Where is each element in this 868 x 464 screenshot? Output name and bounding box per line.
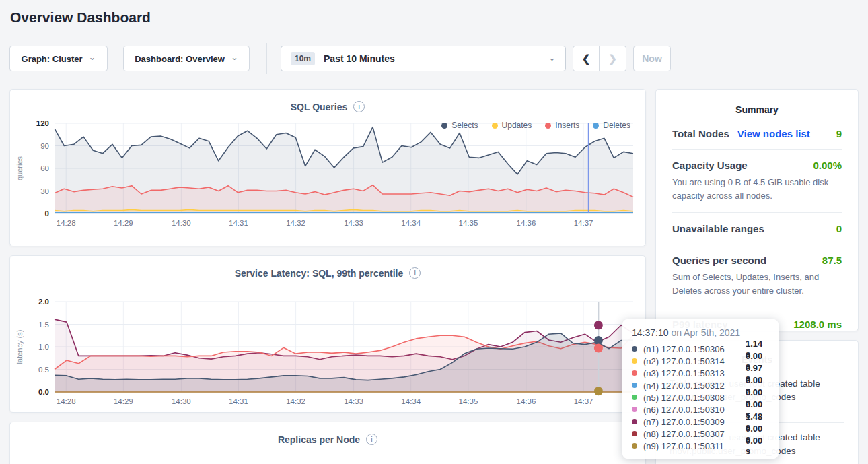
svg-text:14:37: 14:37 (574, 397, 593, 405)
legend-dot (492, 123, 498, 129)
svg-text:14:29: 14:29 (114, 219, 133, 227)
series-dot-icon (632, 370, 637, 376)
time-range-label: Past 10 Minutes (324, 53, 395, 64)
svg-text:14:31: 14:31 (229, 219, 248, 227)
series-dot-icon (632, 383, 637, 388)
info-icon[interactable]: i (366, 434, 377, 445)
legend-item-selects[interactable]: Selects (441, 121, 478, 130)
service-latency-chart[interactable]: 14:2814:2914:3014:3114:3214:3314:3414:35… (14, 296, 641, 411)
svg-text:1.5: 1.5 (38, 321, 49, 329)
svg-text:14:32: 14:32 (286, 219, 305, 227)
tooltip-node-label: (n2) 127.0.0.1:50314 (643, 356, 746, 366)
svg-text:14:34: 14:34 (401, 397, 421, 405)
svg-text:14:35: 14:35 (459, 397, 478, 405)
tooltip-node-label: (n8) 127.0.0.1:50307 (643, 429, 746, 439)
svg-text:14:37: 14:37 (574, 219, 593, 227)
graph-dropdown[interactable]: Graph: Cluster ⌄ (9, 46, 108, 71)
chart-title: Service Latency: SQL, 99th percentile (235, 268, 404, 279)
sql-queries-chart[interactable]: 14:2814:2914:3014:3114:3214:3314:3414:35… (14, 118, 641, 232)
svg-text:queries: queries (15, 156, 24, 180)
svg-text:14:33: 14:33 (344, 397, 363, 405)
legend-item-inserts[interactable]: Inserts (545, 121, 579, 130)
series-dot-icon (632, 419, 637, 424)
tooltip-node-value: 0.00 s (746, 436, 769, 456)
time-prev-button[interactable]: ❮ (573, 46, 600, 71)
overview-dashboard-page: { "page": { "title": "Overview Dashboard… (0, 0, 868, 464)
tooltip-node-label: (n1) 127.0.0.1:50306 (643, 344, 746, 354)
time-range-badge: 10m (291, 52, 315, 65)
summary-item-label: Capacity Usage (672, 160, 748, 171)
chart-title: Replicas per Node (278, 434, 360, 445)
summary-item-label: Unavailable ranges (672, 223, 764, 234)
page-title: Overview Dashboard (10, 9, 151, 26)
tooltip-header: 14:37:10 on Apr 5th, 2021 (632, 327, 769, 338)
time-range-picker[interactable]: 10m Past 10 Minutes ⌄ (281, 46, 566, 71)
svg-text:14:33: 14:33 (344, 219, 363, 227)
chevron-down-icon: ⌄ (89, 55, 96, 60)
chevron-down-icon: ⌄ (548, 53, 556, 63)
tooltip-node-label: (n6) 127.0.0.1:50310 (643, 405, 746, 415)
chart-hover-tooltip: 14:37:10 on Apr 5th, 2021 (n1) 127.0.0.1… (622, 319, 779, 459)
tooltip-time: 14:37:10 (632, 327, 669, 338)
summary-title: Summary (656, 90, 858, 118)
svg-text:0: 0 (45, 209, 49, 218)
summary-item-value: 0 (836, 223, 842, 234)
series-dot-icon (632, 395, 637, 400)
time-next-button[interactable]: ❯ (600, 46, 626, 71)
svg-text:14:36: 14:36 (517, 219, 536, 227)
legend-dot (593, 123, 599, 129)
svg-text:0.5: 0.5 (38, 366, 49, 374)
summary-item-subtext: Sum of Selects, Updates, Inserts, and De… (672, 271, 842, 298)
graph-dropdown-label: Graph: Cluster (22, 54, 83, 64)
svg-text:14:32: 14:32 (286, 397, 305, 405)
svg-text:latency (s): latency (s) (15, 330, 24, 364)
chevron-down-icon: ⌄ (231, 55, 238, 60)
series-dot-icon (632, 346, 637, 352)
svg-text:14:30: 14:30 (172, 397, 191, 405)
tooltip-row: (n9) 127.0.0.1:503110.00 s (632, 440, 769, 452)
summary-item-value: 9 (836, 128, 842, 139)
dashboard-dropdown[interactable]: Dashboard: Overview ⌄ (123, 46, 250, 71)
svg-text:2.0: 2.0 (38, 298, 49, 306)
svg-text:14:28: 14:28 (57, 397, 76, 405)
chart-title: SQL Queries (291, 102, 348, 112)
summary-rows: Total NodesView nodes list9Capacity Usag… (656, 118, 858, 339)
legend-label: Updates (502, 121, 532, 130)
legend-dot (545, 123, 551, 129)
time-nav-group: ❮ ❯ (573, 46, 626, 71)
tooltip-node-label: (n4) 127.0.0.1:50312 (643, 380, 746, 391)
view-nodes-list-link[interactable]: View nodes list (737, 128, 810, 139)
summary-item: Capacity Usage0.00%You are using 0 B of … (672, 149, 842, 212)
time-now-button[interactable]: Now (633, 46, 671, 71)
sql-queries-chart-card: SQL Queries i SelectsUpdatesInsertsDelet… (9, 89, 646, 246)
summary-item: Queries per second87.5Sum of Selects, Up… (672, 244, 842, 307)
summary-item-label: Total Nodes (672, 128, 729, 139)
summary-item-value: 0.00% (813, 160, 842, 171)
svg-text:60: 60 (40, 164, 49, 172)
tooltip-node-label: (n3) 127.0.0.1:50313 (643, 368, 746, 378)
tooltip-node-label: (n9) 127.0.0.1:50311 (643, 441, 746, 451)
series-dot-icon (632, 358, 637, 364)
legend-item-updates[interactable]: Updates (492, 121, 532, 130)
summary-item-label: Queries per second (672, 255, 766, 266)
toolbar-divider (266, 43, 267, 74)
summary-item-subtext: You are using 0 B of 4.5 GiB usable disk… (672, 176, 842, 203)
dashboard-dropdown-label: Dashboard: Overview (135, 54, 225, 64)
svg-text:0.0: 0.0 (38, 388, 49, 396)
svg-text:14:35: 14:35 (459, 219, 478, 227)
tooltip-date: on Apr 5th, 2021 (669, 327, 741, 338)
info-icon[interactable]: i (409, 267, 421, 279)
summary-panel: Summary Total NodesView nodes list9Capac… (655, 89, 859, 331)
info-icon[interactable]: i (353, 101, 365, 112)
legend-item-deletes[interactable]: Deletes (593, 121, 630, 130)
series-dot-icon (632, 407, 637, 412)
replicas-per-node-chart-card: Replicas per Node i (9, 422, 646, 464)
svg-text:14:29: 14:29 (114, 397, 133, 405)
svg-text:14:34: 14:34 (401, 219, 421, 227)
service-latency-chart-card: Service Latency: SQL, 99th percentile i … (9, 255, 646, 413)
legend-label: Selects (451, 121, 478, 130)
summary-item-value: 87.5 (822, 255, 842, 266)
svg-text:1.0: 1.0 (38, 343, 49, 351)
summary-item-value: 1208.0 ms (793, 319, 842, 330)
summary-item: Unavailable ranges0 (672, 212, 842, 244)
